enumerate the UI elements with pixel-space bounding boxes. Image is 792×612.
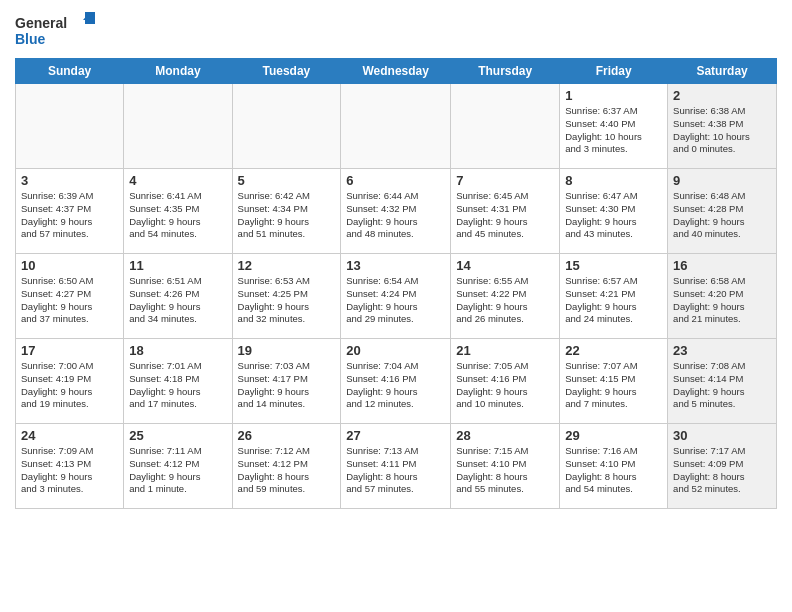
calendar-cell: 29Sunrise: 7:16 AM Sunset: 4:10 PM Dayli… [560, 424, 668, 509]
calendar-cell: 23Sunrise: 7:08 AM Sunset: 4:14 PM Dayli… [668, 339, 777, 424]
day-info: Sunrise: 6:37 AM Sunset: 4:40 PM Dayligh… [565, 105, 662, 156]
calendar-cell: 12Sunrise: 6:53 AM Sunset: 4:25 PM Dayli… [232, 254, 341, 339]
day-info: Sunrise: 7:13 AM Sunset: 4:11 PM Dayligh… [346, 445, 445, 496]
header: General Blue [15, 10, 777, 50]
day-number: 25 [129, 428, 226, 443]
calendar-cell: 17Sunrise: 7:00 AM Sunset: 4:19 PM Dayli… [16, 339, 124, 424]
calendar-day-header: Thursday [451, 59, 560, 84]
day-number: 5 [238, 173, 336, 188]
day-info: Sunrise: 6:38 AM Sunset: 4:38 PM Dayligh… [673, 105, 771, 156]
day-number: 18 [129, 343, 226, 358]
svg-text:Blue: Blue [15, 31, 46, 47]
calendar-cell: 13Sunrise: 6:54 AM Sunset: 4:24 PM Dayli… [341, 254, 451, 339]
day-number: 26 [238, 428, 336, 443]
logo-svg: General Blue [15, 10, 95, 50]
calendar-week-row: 10Sunrise: 6:50 AM Sunset: 4:27 PM Dayli… [16, 254, 777, 339]
day-info: Sunrise: 7:01 AM Sunset: 4:18 PM Dayligh… [129, 360, 226, 411]
day-info: Sunrise: 7:17 AM Sunset: 4:09 PM Dayligh… [673, 445, 771, 496]
day-info: Sunrise: 6:57 AM Sunset: 4:21 PM Dayligh… [565, 275, 662, 326]
day-number: 19 [238, 343, 336, 358]
calendar-cell [16, 84, 124, 169]
day-number: 30 [673, 428, 771, 443]
day-info: Sunrise: 7:00 AM Sunset: 4:19 PM Dayligh… [21, 360, 118, 411]
calendar-cell: 4Sunrise: 6:41 AM Sunset: 4:35 PM Daylig… [124, 169, 232, 254]
calendar-day-header: Friday [560, 59, 668, 84]
day-info: Sunrise: 7:16 AM Sunset: 4:10 PM Dayligh… [565, 445, 662, 496]
calendar-cell [232, 84, 341, 169]
day-number: 29 [565, 428, 662, 443]
calendar-cell [451, 84, 560, 169]
day-info: Sunrise: 6:42 AM Sunset: 4:34 PM Dayligh… [238, 190, 336, 241]
calendar-day-header: Sunday [16, 59, 124, 84]
day-number: 7 [456, 173, 554, 188]
calendar-cell: 20Sunrise: 7:04 AM Sunset: 4:16 PM Dayli… [341, 339, 451, 424]
day-info: Sunrise: 6:58 AM Sunset: 4:20 PM Dayligh… [673, 275, 771, 326]
calendar-cell: 26Sunrise: 7:12 AM Sunset: 4:12 PM Dayli… [232, 424, 341, 509]
calendar-cell: 25Sunrise: 7:11 AM Sunset: 4:12 PM Dayli… [124, 424, 232, 509]
calendar-cell: 27Sunrise: 7:13 AM Sunset: 4:11 PM Dayli… [341, 424, 451, 509]
day-info: Sunrise: 6:50 AM Sunset: 4:27 PM Dayligh… [21, 275, 118, 326]
day-info: Sunrise: 6:51 AM Sunset: 4:26 PM Dayligh… [129, 275, 226, 326]
day-number: 4 [129, 173, 226, 188]
day-info: Sunrise: 7:09 AM Sunset: 4:13 PM Dayligh… [21, 445, 118, 496]
day-info: Sunrise: 6:44 AM Sunset: 4:32 PM Dayligh… [346, 190, 445, 241]
day-info: Sunrise: 7:11 AM Sunset: 4:12 PM Dayligh… [129, 445, 226, 496]
day-number: 21 [456, 343, 554, 358]
day-info: Sunrise: 7:12 AM Sunset: 4:12 PM Dayligh… [238, 445, 336, 496]
day-info: Sunrise: 6:53 AM Sunset: 4:25 PM Dayligh… [238, 275, 336, 326]
day-number: 28 [456, 428, 554, 443]
calendar-week-row: 17Sunrise: 7:00 AM Sunset: 4:19 PM Dayli… [16, 339, 777, 424]
calendar-cell: 15Sunrise: 6:57 AM Sunset: 4:21 PM Dayli… [560, 254, 668, 339]
page-container: General Blue SundayMondayTuesdayWednesda… [0, 0, 792, 519]
calendar-cell: 22Sunrise: 7:07 AM Sunset: 4:15 PM Dayli… [560, 339, 668, 424]
calendar-cell: 16Sunrise: 6:58 AM Sunset: 4:20 PM Dayli… [668, 254, 777, 339]
logo: General Blue [15, 10, 95, 50]
calendar-cell: 30Sunrise: 7:17 AM Sunset: 4:09 PM Dayli… [668, 424, 777, 509]
day-info: Sunrise: 6:55 AM Sunset: 4:22 PM Dayligh… [456, 275, 554, 326]
calendar-cell: 5Sunrise: 6:42 AM Sunset: 4:34 PM Daylig… [232, 169, 341, 254]
calendar-cell: 8Sunrise: 6:47 AM Sunset: 4:30 PM Daylig… [560, 169, 668, 254]
day-number: 8 [565, 173, 662, 188]
day-number: 2 [673, 88, 771, 103]
day-info: Sunrise: 7:03 AM Sunset: 4:17 PM Dayligh… [238, 360, 336, 411]
calendar-cell: 7Sunrise: 6:45 AM Sunset: 4:31 PM Daylig… [451, 169, 560, 254]
day-info: Sunrise: 6:41 AM Sunset: 4:35 PM Dayligh… [129, 190, 226, 241]
calendar-day-header: Tuesday [232, 59, 341, 84]
calendar-cell: 18Sunrise: 7:01 AM Sunset: 4:18 PM Dayli… [124, 339, 232, 424]
day-number: 20 [346, 343, 445, 358]
day-number: 1 [565, 88, 662, 103]
day-info: Sunrise: 7:07 AM Sunset: 4:15 PM Dayligh… [565, 360, 662, 411]
calendar-cell: 11Sunrise: 6:51 AM Sunset: 4:26 PM Dayli… [124, 254, 232, 339]
day-number: 14 [456, 258, 554, 273]
calendar-table: SundayMondayTuesdayWednesdayThursdayFrid… [15, 58, 777, 509]
calendar-week-row: 1Sunrise: 6:37 AM Sunset: 4:40 PM Daylig… [16, 84, 777, 169]
day-info: Sunrise: 7:04 AM Sunset: 4:16 PM Dayligh… [346, 360, 445, 411]
calendar-cell: 14Sunrise: 6:55 AM Sunset: 4:22 PM Dayli… [451, 254, 560, 339]
day-number: 27 [346, 428, 445, 443]
day-number: 11 [129, 258, 226, 273]
calendar-cell: 1Sunrise: 6:37 AM Sunset: 4:40 PM Daylig… [560, 84, 668, 169]
day-info: Sunrise: 6:48 AM Sunset: 4:28 PM Dayligh… [673, 190, 771, 241]
day-number: 24 [21, 428, 118, 443]
day-number: 16 [673, 258, 771, 273]
calendar-cell: 9Sunrise: 6:48 AM Sunset: 4:28 PM Daylig… [668, 169, 777, 254]
svg-text:General: General [15, 15, 67, 31]
day-number: 15 [565, 258, 662, 273]
calendar-cell: 21Sunrise: 7:05 AM Sunset: 4:16 PM Dayli… [451, 339, 560, 424]
calendar-cell [124, 84, 232, 169]
calendar-cell: 2Sunrise: 6:38 AM Sunset: 4:38 PM Daylig… [668, 84, 777, 169]
day-number: 13 [346, 258, 445, 273]
calendar-day-header: Saturday [668, 59, 777, 84]
calendar-cell: 28Sunrise: 7:15 AM Sunset: 4:10 PM Dayli… [451, 424, 560, 509]
day-number: 23 [673, 343, 771, 358]
calendar-week-row: 3Sunrise: 6:39 AM Sunset: 4:37 PM Daylig… [16, 169, 777, 254]
day-number: 6 [346, 173, 445, 188]
day-number: 22 [565, 343, 662, 358]
day-number: 9 [673, 173, 771, 188]
calendar-cell: 3Sunrise: 6:39 AM Sunset: 4:37 PM Daylig… [16, 169, 124, 254]
day-info: Sunrise: 7:08 AM Sunset: 4:14 PM Dayligh… [673, 360, 771, 411]
day-number: 17 [21, 343, 118, 358]
day-info: Sunrise: 7:15 AM Sunset: 4:10 PM Dayligh… [456, 445, 554, 496]
day-info: Sunrise: 6:45 AM Sunset: 4:31 PM Dayligh… [456, 190, 554, 241]
day-info: Sunrise: 6:39 AM Sunset: 4:37 PM Dayligh… [21, 190, 118, 241]
